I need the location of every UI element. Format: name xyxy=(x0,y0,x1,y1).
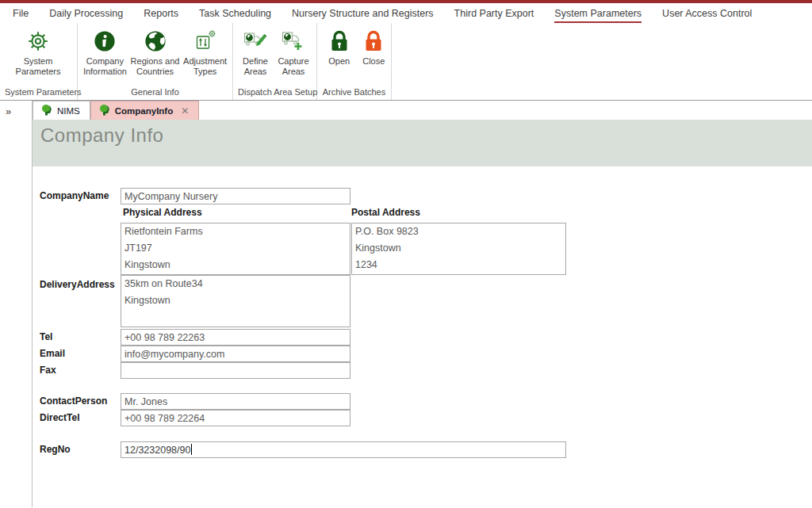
truck-plus-icon xyxy=(281,29,306,54)
ribbon-button-label: Company Information xyxy=(81,56,129,77)
menubar: File Daily Processing Reports Task Sched… xyxy=(0,3,812,23)
padlock-orange-icon xyxy=(363,29,384,54)
deliveryaddress-textarea[interactable]: 35km on Route34 Kingstown xyxy=(121,275,350,327)
globe-icon xyxy=(144,29,167,54)
menu-daily-processing[interactable]: Daily Processing xyxy=(49,3,123,23)
company-information-button[interactable]: Company Information xyxy=(81,27,129,77)
expand-nav-chevron-icon[interactable]: » xyxy=(0,101,32,117)
postal-address-textarea[interactable]: P.O. Box 9823 Kingstown 1234 xyxy=(351,223,566,275)
companyname-input[interactable] xyxy=(121,188,350,204)
page-title: Company Info xyxy=(40,124,812,147)
text-caret xyxy=(191,444,192,455)
menu-file[interactable]: File xyxy=(13,3,29,23)
postal-address-heading: Postal Address xyxy=(351,207,420,218)
directtel-label: DirectTel xyxy=(40,410,79,426)
group-label-general-info: General Info xyxy=(78,86,232,100)
ribbon-group-dispatch-area-setup: Define Areas xyxy=(233,23,317,100)
directtel-input[interactable] xyxy=(121,410,350,426)
ribbon-button-label: Open xyxy=(328,56,350,67)
close-archive-button[interactable]: Close xyxy=(360,27,389,67)
regno-value: 12/3232098/90 xyxy=(124,445,190,456)
truck-pencil-icon xyxy=(243,29,268,54)
tel-label: Tel xyxy=(40,329,52,346)
page-header-band: Company Info xyxy=(33,120,812,166)
tab-nims[interactable]: NIMS xyxy=(33,101,90,120)
group-label-system-parameters: System Parameters xyxy=(0,86,77,100)
open-archive-button[interactable]: Open xyxy=(325,27,354,67)
contactperson-input[interactable] xyxy=(121,393,350,410)
ribbon: System Parameters System Parameters Comp… xyxy=(0,23,812,101)
physical-address-textarea[interactable]: Rietfontein Farms JT197 Kingstown xyxy=(121,223,350,275)
tree-icon xyxy=(41,104,52,117)
ribbon-button-label: Adjustment Types xyxy=(181,56,229,77)
ribbon-group-general-info: Company Information Regions and Countrie… xyxy=(78,23,233,100)
ribbon-button-label: System Parameters xyxy=(3,56,73,77)
regno-label: RegNo xyxy=(40,441,71,458)
group-label-dispatch-area-setup: Dispatch Area Setup xyxy=(233,86,316,100)
group-label-archive-batches: Archive Batches xyxy=(317,86,391,100)
tab-label: CompanyInfo xyxy=(115,106,173,116)
menu-third-party-export[interactable]: Third Party Export xyxy=(454,3,534,23)
document-tabbar: NIMS CompanyInfo ✕ xyxy=(33,101,812,120)
ribbon-button-label: Define Areas xyxy=(236,56,274,77)
nav-gutter: » xyxy=(0,101,33,507)
info-icon xyxy=(93,29,117,54)
tab-label: NIMS xyxy=(57,106,80,116)
email-input[interactable] xyxy=(121,346,350,362)
email-label: Email xyxy=(40,346,65,362)
ribbon-button-label: Regions and Countries xyxy=(129,56,181,77)
workspace: » NIMS xyxy=(0,101,812,507)
adjustment-types-button[interactable]: Adjustment Types xyxy=(181,27,229,77)
main-pane: NIMS CompanyInfo ✕ Company Info Company xyxy=(33,101,812,507)
tree-icon xyxy=(99,104,110,117)
ribbon-group-archive-batches: Open Close Archive Batches xyxy=(317,23,392,100)
tab-companyinfo[interactable]: CompanyInfo ✕ xyxy=(90,101,200,120)
regno-input[interactable]: 12/3232098/90 xyxy=(121,441,566,458)
define-areas-button[interactable]: Define Areas xyxy=(236,27,274,77)
fax-input[interactable] xyxy=(121,362,350,379)
regions-countries-button[interactable]: Regions and Countries xyxy=(129,27,181,77)
menu-task-scheduling[interactable]: Task Scheduling xyxy=(199,3,271,23)
close-tab-icon[interactable]: ✕ xyxy=(181,105,189,116)
contactperson-label: ContactPerson xyxy=(40,393,107,410)
menu-reports[interactable]: Reports xyxy=(144,3,178,23)
gear-icon xyxy=(26,29,50,54)
capture-areas-button[interactable]: Capture Areas xyxy=(274,27,312,77)
fax-label: Fax xyxy=(40,362,56,379)
companyname-label: CompanyName xyxy=(40,188,109,204)
ribbon-button-label: Close xyxy=(362,56,385,67)
tel-input[interactable] xyxy=(121,329,350,346)
ribbon-button-label: Capture Areas xyxy=(274,56,312,77)
company-info-form: CompanyName Physical Address Postal Addr… xyxy=(33,166,812,507)
system-parameters-button[interactable]: System Parameters xyxy=(3,27,73,77)
menu-system-parameters[interactable]: System Parameters xyxy=(554,3,642,23)
sliders-gear-icon xyxy=(193,29,217,54)
physical-address-heading: Physical Address xyxy=(123,207,202,218)
menu-user-access-control[interactable]: User Access Control xyxy=(662,3,752,23)
deliveryaddress-label: DeliveryAddress xyxy=(40,277,115,293)
ribbon-group-system-parameters: System Parameters System Parameters xyxy=(0,23,78,100)
padlock-green-icon xyxy=(329,29,350,54)
menu-nursery-structure[interactable]: Nursery Structure and Registers xyxy=(292,3,434,23)
